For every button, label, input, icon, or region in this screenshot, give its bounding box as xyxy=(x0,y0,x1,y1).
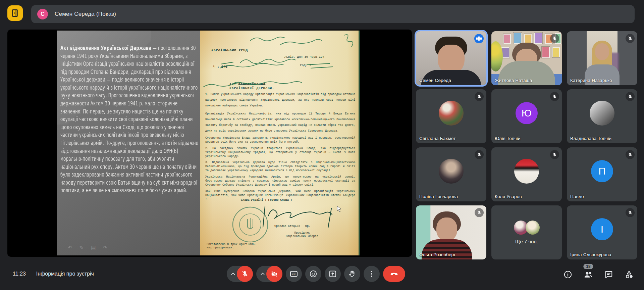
mic-off-icon xyxy=(550,150,559,159)
participant-tile-iryna[interactable]: І Ірина Слєпокурова xyxy=(567,205,637,259)
chat-icon xyxy=(604,270,613,279)
mic-off-icon xyxy=(550,34,559,43)
more-dots-icon xyxy=(368,270,376,278)
participant-tile-semen[interactable]: Семен Середа xyxy=(416,31,486,85)
mic-off-icon xyxy=(550,92,559,101)
mic-off-icon xyxy=(626,208,635,217)
participants-grid: Семен Середа Житлова Наташа xyxy=(416,31,637,259)
participants-button[interactable]: 18 xyxy=(584,270,593,279)
presenter-pill[interactable]: С Семен Середа (Показ) xyxy=(31,5,635,23)
right-controls: 18 xyxy=(564,270,634,279)
people-icon xyxy=(584,270,593,279)
participant-name: Коля Уваров xyxy=(495,194,522,199)
meeting-info-label[interactable]: Інформація про зустріч xyxy=(36,271,94,277)
avatar: П xyxy=(591,160,613,182)
info-icon xyxy=(564,270,572,279)
participant-tile-overflow[interactable]: Ще 7 чол. xyxy=(491,205,562,259)
hand-icon xyxy=(348,270,356,278)
captions-icon: CC xyxy=(290,270,298,278)
presenter-cursor xyxy=(337,206,342,212)
mic-off-icon xyxy=(626,92,635,101)
overflow-avatars xyxy=(514,221,540,235)
doc-slava-line: Слава Україні ! Героям Слава ! xyxy=(241,198,292,202)
participant-name: Ірина Слєпокурова xyxy=(570,252,611,257)
door-icon-glyph xyxy=(11,9,19,17)
participant-name: Катерина Назарько xyxy=(570,78,612,83)
control-bar: 11:23 Інформація про зустріч CC xyxy=(0,263,644,290)
clock-time: 11:23 xyxy=(13,271,26,277)
doc-paragraph: 3. Відновлена Українська Держава буде ті… xyxy=(205,161,355,173)
camera-toggle-button[interactable] xyxy=(256,266,282,282)
mic-off-icon xyxy=(475,208,484,217)
doc-header: УКРАЇНСЬКИЙ УРЯД xyxy=(211,48,248,52)
avatar xyxy=(439,159,464,184)
participant-tile-pavlo[interactable]: П Павло xyxy=(567,147,637,201)
chat-button[interactable] xyxy=(604,270,613,279)
participant-tile-yuliya[interactable]: Ю Юлія Топчій xyxy=(491,89,562,143)
slide-title: Акт відновлення Української Держави xyxy=(60,44,151,51)
chevron-up-icon[interactable] xyxy=(231,273,235,275)
participant-name: Павло xyxy=(570,194,584,199)
raise-hand-button[interactable] xyxy=(344,266,360,282)
overflow-count-label: Ще 7 чол. xyxy=(515,239,538,244)
end-call-button[interactable] xyxy=(383,266,405,282)
doc-paragraph: Суверенна Українська Влада запевнить укр… xyxy=(205,136,355,144)
round-stamp xyxy=(231,205,270,244)
mic-off-icon[interactable] xyxy=(237,266,253,282)
chevron-up-icon[interactable] xyxy=(261,273,265,275)
divider xyxy=(31,271,31,277)
doc-signature-name: Ярослав Стецько - вр. xyxy=(274,225,310,228)
presenter-name: Семен Середа (Показ) xyxy=(55,11,116,17)
meeting-details-button[interactable] xyxy=(564,270,572,279)
doc-hour: год. 9 xyxy=(300,63,311,67)
slide-text: Акт відновлення Української Держави — пр… xyxy=(60,44,199,194)
historical-document-scan: УКРАЇНСЬКИЙ УРЯД Ч : 141 Львів, дня 30 ч… xyxy=(200,31,360,255)
svg-text:CC: CC xyxy=(292,273,296,276)
doc-signature-title: Провідник Національних Зборів xyxy=(286,231,318,238)
doc-paragraph: Українська Національна Революційна Армія… xyxy=(205,175,355,187)
doc-paragraph: Організація Українських Націоналістів, я… xyxy=(205,111,355,134)
present-screen-button[interactable] xyxy=(325,266,341,282)
doc-paragraph: 1. Волею українського народу Організація… xyxy=(205,92,355,109)
doc-title: АКТ ПРОГОЛОШЕННЯ УКРАЇНСЬКОЇ ДЕРЖАВИ. xyxy=(229,79,274,90)
participant-tile-zhytlova[interactable]: Житлова Наташа xyxy=(491,31,562,85)
avatar xyxy=(514,159,539,184)
participant-tile-olga[interactable]: Ольга Розенберг xyxy=(416,205,486,259)
slides-grid-icon: ▤ xyxy=(91,245,96,251)
slideshow-toolbar: ↶ ✎ ▤ ↷ xyxy=(68,245,107,251)
participant-name: Світлана Бахмет xyxy=(419,136,456,141)
participant-name: Семен Середа xyxy=(419,78,451,83)
activities-button[interactable] xyxy=(625,270,634,279)
present-icon xyxy=(329,270,337,278)
more-options-button[interactable] xyxy=(364,266,380,282)
participant-name: Поліна Гончарова xyxy=(419,194,458,199)
participant-tile-polina[interactable]: Поліна Гончарова xyxy=(416,147,486,201)
mic-toggle-button[interactable] xyxy=(227,266,253,282)
avatar xyxy=(526,221,540,235)
participant-tile-kolya[interactable]: Коля Уваров xyxy=(491,147,562,201)
shapes-icon xyxy=(625,270,634,279)
participant-name: Владислава Топчій xyxy=(570,136,611,141)
camera-off-icon[interactable] xyxy=(266,266,282,282)
reactions-button[interactable] xyxy=(305,266,321,282)
mic-off-icon xyxy=(475,150,484,159)
avatar xyxy=(439,101,464,126)
doc-number: Ч : 141 xyxy=(213,61,227,69)
smiley-icon xyxy=(309,270,317,278)
top-bar: С Семен Середа (Показ) xyxy=(0,0,644,23)
shared-slide: Акт відновлення Української Держави — пр… xyxy=(57,31,360,255)
participant-name: Ольга Розенберг xyxy=(419,252,455,257)
doc-body: 1. Волею українського народу Організація… xyxy=(205,92,355,204)
participant-name: Юлія Топчій xyxy=(495,136,521,141)
door-extension-icon[interactable] xyxy=(7,5,23,21)
captions-button[interactable]: CC xyxy=(286,266,302,282)
doc-footnote: Виготовлено в трох оригіналь- них примір… xyxy=(207,243,256,249)
participant-tile-kateryna[interactable]: Катерина Назарько xyxy=(567,31,637,85)
audio-level-icon xyxy=(474,34,484,43)
participant-tile-svitlana[interactable]: Світлана Бахмет xyxy=(416,89,486,143)
pen-icon: ✎ xyxy=(79,245,84,251)
participant-tile-vladyslava[interactable]: Владислава Топчій xyxy=(567,89,637,143)
prev-slide-icon: ↶ xyxy=(68,245,72,251)
hangup-icon xyxy=(390,270,398,278)
avatar: І xyxy=(591,218,613,240)
